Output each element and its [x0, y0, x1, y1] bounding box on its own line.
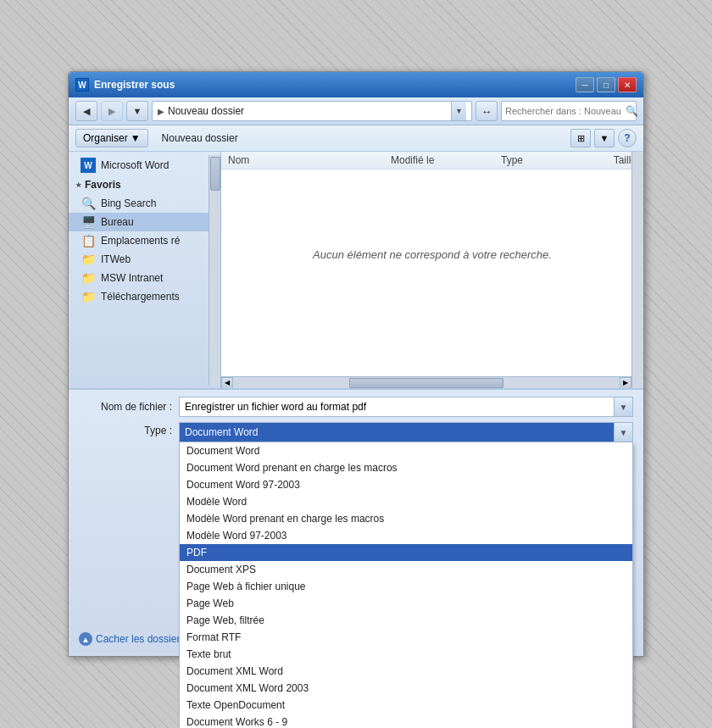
sidebar-item-downloads[interactable]: 📁 Téléchargements	[69, 287, 220, 306]
filetype-selected[interactable]: Document Word	[179, 422, 615, 442]
dropdown-item[interactable]: Document Word prenant en charge les macr…	[180, 459, 632, 476]
dropdown-item[interactable]: Format RTF	[180, 629, 632, 646]
file-scrollbar-vertical[interactable]	[631, 152, 643, 388]
help-button[interactable]: ?	[618, 129, 637, 147]
favorites-arrow-icon: ★	[75, 181, 81, 189]
search-input[interactable]	[505, 106, 622, 116]
file-columns-header: Nom Modifié le Type Taille	[221, 152, 643, 169]
filename-dropdown-button[interactable]: ▼	[615, 397, 633, 417]
sidebar-downloads-label: Téléchargements	[101, 291, 180, 303]
col-header-taille[interactable]: Taille	[586, 154, 637, 166]
path-dropdown-button[interactable]: ▼	[451, 102, 466, 120]
toolbar2-right: ⊞ ▼ ?	[570, 129, 637, 147]
dropdown-item[interactable]: Document Works 6 - 9	[180, 714, 632, 728]
filename-input[interactable]	[179, 397, 615, 417]
sidebar-item-emplacements[interactable]: 📋 Emplacements ré	[69, 231, 220, 250]
dropdown-item[interactable]: Modèle Word 97-2003	[180, 527, 632, 544]
dropdown-item[interactable]: Document Word	[180, 442, 632, 459]
sidebar-item-itweb[interactable]: 📁 ITWeb	[69, 250, 220, 269]
view-dropdown-button[interactable]: ▼	[594, 129, 615, 147]
dropdown-item[interactable]: Page Web, filtrée	[180, 612, 632, 629]
title-bar: W Enregistrer sous ─ □ ✕	[69, 72, 643, 97]
dropdown-item[interactable]: Document XPS	[180, 561, 632, 578]
scroll-track	[233, 377, 620, 389]
scroll-left-button[interactable]: ◀	[221, 377, 233, 389]
search-icon[interactable]: 🔍	[626, 103, 638, 119]
search-bar: 🔍	[501, 101, 637, 121]
file-area: Nom Modifié le Type Taille Aucun élément…	[221, 152, 643, 388]
dropdown-item[interactable]: Document Word 97-2003	[180, 476, 632, 493]
hide-folders-label: Cacher les dossiers	[96, 633, 185, 645]
maximize-button[interactable]: □	[597, 77, 615, 92]
dropdown-item[interactable]: Texte brut	[180, 646, 632, 663]
navigation-toolbar: ◀ ▶ ▼ ▶ Nouveau dossier ▼ ↔ 🔍	[69, 97, 643, 125]
word-logo-icon: W	[81, 158, 96, 173]
sidebar-emplacements-label: Emplacements ré	[101, 235, 180, 247]
organize-toolbar: Organiser ▼ Nouveau dossier ⊞ ▼ ?	[69, 125, 643, 152]
path-bar: ▶ Nouveau dossier ▼	[152, 101, 472, 121]
filetype-dropdown-container: Document Word ▼ Document WordDocument Wo…	[179, 422, 633, 442]
sidebar-scroll: W Microsoft Word ★ Favoris 🔍 Bing Search…	[69, 155, 220, 385]
close-button[interactable]: ✕	[618, 77, 637, 92]
filetype-dropdown-list: Document WordDocument Word prenant en ch…	[179, 442, 633, 728]
save-dialog: W Enregistrer sous ─ □ ✕ ◀ ▶ ▼ ▶ Nouveau…	[68, 71, 644, 657]
sidebar-itweb-label: ITWeb	[101, 253, 131, 265]
dropdown-item[interactable]: PDF	[180, 544, 632, 561]
filetype-label: Type :	[79, 422, 172, 436]
sidebar-scrollbar-thumb	[210, 157, 220, 191]
dropdown-item[interactable]: Document XML Word 2003	[180, 680, 632, 697]
view-button[interactable]: ⊞	[570, 129, 591, 147]
path-separator: ▶	[158, 107, 164, 116]
sidebar-item-word[interactable]: W Microsoft Word	[69, 155, 220, 175]
empty-message: Aucun élément ne correspond à votre rech…	[221, 169, 643, 339]
emplacements-icon: 📋	[81, 234, 96, 247]
dropdown-item[interactable]: Page Web	[180, 595, 632, 612]
dropdown-item[interactable]: Texte OpenDocument	[180, 697, 632, 714]
sidebar-msw-label: MSW Intranet	[101, 272, 163, 284]
sidebar-favorites-label: Favoris	[85, 179, 121, 191]
col-header-modifie[interactable]: Modifié le	[391, 154, 501, 166]
col-header-nom[interactable]: Nom	[228, 154, 391, 166]
filetype-dropdown-button[interactable]: ▼	[615, 422, 633, 442]
filename-row: Nom de fichier : ▼	[79, 397, 633, 417]
sidebar: W Microsoft Word ★ Favoris 🔍 Bing Search…	[69, 152, 221, 388]
itweb-icon: 📁	[81, 253, 96, 266]
organize-button[interactable]: Organiser ▼	[75, 129, 148, 147]
hide-folders-button[interactable]: ▲ Cacher les dossiers	[79, 632, 185, 646]
col-header-type[interactable]: Type	[501, 154, 586, 166]
form-area: Nom de fichier : ▼ Type : Document Word …	[69, 389, 643, 656]
sidebar-favorites-header[interactable]: ★ Favoris	[69, 175, 220, 194]
back-button[interactable]: ◀	[75, 101, 97, 121]
dropdown-item[interactable]: Document XML Word	[180, 663, 632, 680]
sidebar-item-bing[interactable]: 🔍 Bing Search	[69, 194, 220, 213]
bing-icon: 🔍	[81, 197, 96, 210]
sidebar-item-bureau[interactable]: 🖥️ Bureau	[69, 213, 220, 231]
dropdown-item[interactable]: Page Web à fichier unique	[180, 578, 632, 595]
sidebar-item-msw[interactable]: 📁 MSW Intranet	[69, 269, 220, 287]
minimize-button[interactable]: ─	[576, 77, 594, 92]
window-title: Enregistrer sous	[94, 79, 175, 91]
refresh-button[interactable]: ↔	[476, 101, 498, 121]
sidebar-word-label: Microsoft Word	[101, 159, 169, 171]
scroll-thumb	[349, 378, 503, 388]
new-folder-button[interactable]: Nouveau dossier	[155, 130, 245, 147]
title-bar-left: W Enregistrer sous	[75, 78, 175, 92]
sidebar-bing-label: Bing Search	[101, 197, 156, 209]
scroll-right-button[interactable]: ▶	[620, 377, 631, 389]
current-path: Nouveau dossier	[168, 105, 244, 117]
file-scrollbar-horizontal[interactable]: ◀ ▶	[221, 376, 631, 388]
filename-input-container: ▼	[179, 397, 633, 417]
filetype-row: Type : Document Word ▼ Document WordDocu…	[79, 422, 633, 442]
forward-button[interactable]: ▶	[101, 101, 123, 121]
msw-icon: 📁	[81, 271, 96, 285]
dropdown-item[interactable]: Modèle Word prenant en charge les macros	[180, 510, 632, 527]
downloads-icon: 📁	[81, 290, 96, 303]
word-title-icon: W	[75, 78, 89, 92]
hide-icon: ▲	[79, 632, 92, 646]
dropdown-item[interactable]: Modèle Word	[180, 493, 632, 510]
title-bar-buttons: ─ □ ✕	[576, 77, 637, 92]
sidebar-scrollbar[interactable]	[209, 155, 220, 385]
filename-label: Nom de fichier :	[79, 401, 172, 413]
dropdown-nav-button[interactable]: ▼	[126, 101, 148, 121]
content-area: W Microsoft Word ★ Favoris 🔍 Bing Search…	[69, 152, 643, 389]
